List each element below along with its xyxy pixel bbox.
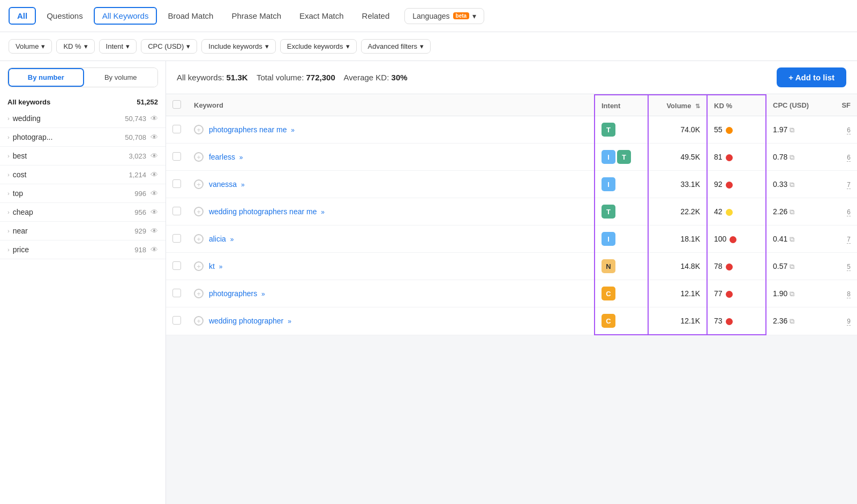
add-keyword-icon[interactable]: + (194, 207, 204, 216)
filter-advanced[interactable]: Advanced filters ▾ (361, 39, 431, 54)
expand-icon[interactable]: » (230, 236, 234, 243)
copy-icon[interactable]: ⧉ (790, 208, 794, 216)
col-volume-header[interactable]: Volume ⇅ (648, 95, 707, 116)
tab-all[interactable]: All (9, 7, 36, 25)
expand-icon[interactable]: » (261, 290, 265, 298)
sort-by-number[interactable]: By number (8, 68, 84, 87)
sort-by-volume[interactable]: By volume (84, 68, 158, 87)
sf-value[interactable]: 7 (847, 181, 851, 189)
copy-icon[interactable]: ⧉ (790, 290, 794, 298)
eye-icon[interactable]: 👁 (151, 227, 158, 235)
eye-icon[interactable]: 👁 (151, 114, 158, 123)
sf-value[interactable]: 6 (847, 126, 851, 134)
cpc-value: 0.78 (773, 153, 787, 161)
filter-volume[interactable]: Volume ▾ (9, 39, 52, 54)
sidebar-item[interactable]: › cheap 956 👁 (0, 203, 166, 222)
sidebar-item[interactable]: › price 918 👁 (0, 240, 166, 259)
add-keyword-icon[interactable]: + (194, 261, 204, 271)
expand-icon[interactable]: » (219, 263, 223, 270)
expand-icon[interactable]: » (288, 318, 291, 325)
eye-icon[interactable]: 👁 (151, 133, 158, 141)
copy-icon[interactable]: ⧉ (790, 153, 794, 161)
keyword-link[interactable]: alicia (209, 235, 226, 243)
filter-kd[interactable]: KD % ▾ (56, 39, 94, 54)
chevron-down-icon: ▾ (346, 42, 350, 50)
select-all-checkbox[interactable] (172, 100, 181, 109)
tab-phrase-match[interactable]: Phrase Match (224, 8, 289, 24)
add-keyword-icon[interactable]: + (194, 289, 204, 298)
eye-icon[interactable]: 👁 (151, 245, 158, 254)
tab-related[interactable]: Related (355, 8, 397, 24)
add-keyword-icon[interactable]: + (194, 125, 204, 134)
row-checkbox[interactable] (172, 152, 181, 161)
languages-button[interactable]: Languages beta ▾ (404, 8, 484, 24)
copy-icon[interactable]: ⧉ (790, 180, 794, 189)
tab-exact-match[interactable]: Exact Match (292, 8, 351, 24)
add-keyword-icon[interactable]: + (194, 234, 204, 244)
row-checkbox[interactable] (172, 289, 181, 297)
copy-icon[interactable]: ⧉ (790, 235, 794, 243)
add-keyword-icon[interactable]: + (194, 152, 204, 162)
row-checkbox[interactable] (172, 261, 181, 270)
copy-icon[interactable]: ⧉ (790, 126, 794, 134)
sidebar-item[interactable]: › top 996 👁 (0, 184, 166, 203)
row-checkbox[interactable] (172, 207, 181, 215)
expand-icon[interactable]: » (291, 126, 295, 134)
keyword-link[interactable]: photographers near me (209, 125, 287, 134)
keyword-link[interactable]: kt (209, 262, 215, 270)
row-checkbox[interactable] (172, 179, 181, 188)
volume-cell: 14.8K (648, 253, 707, 280)
expand-icon[interactable]: » (241, 181, 245, 189)
eye-icon[interactable]: 👁 (151, 208, 158, 216)
eye-icon[interactable]: 👁 (151, 189, 158, 198)
add-keyword-icon[interactable]: + (194, 316, 204, 326)
sf-value[interactable]: 8 (847, 290, 851, 298)
kd-dot (726, 291, 733, 298)
row-checkbox[interactable] (172, 234, 181, 243)
row-checkbox[interactable] (172, 125, 181, 133)
intent-badge: C (602, 287, 615, 300)
filter-cpc[interactable]: CPC (USD) ▾ (141, 39, 197, 54)
sf-value[interactable]: 6 (847, 154, 851, 162)
expand-icon[interactable]: » (321, 208, 325, 216)
copy-icon[interactable]: ⧉ (790, 317, 794, 325)
chevron-down-icon: ▾ (41, 42, 45, 50)
tab-broad-match[interactable]: Broad Match (160, 8, 221, 24)
sf-value[interactable]: 6 (847, 208, 851, 216)
keyword-link[interactable]: photographers (209, 289, 257, 298)
sidebar-keyword: best (13, 152, 129, 160)
sidebar-item[interactable]: › near 929 👁 (0, 222, 166, 240)
keyword-cell: + wedding photographer » (187, 307, 595, 335)
kd-value: 77 (714, 289, 723, 298)
sidebar-item[interactable]: › wedding 50,743 👁 (0, 109, 166, 128)
keyword-link[interactable]: wedding photographers near me (209, 207, 317, 216)
table-row: + vanessa » I33.1K920.33 ⧉7 (166, 171, 857, 198)
sidebar-item[interactable]: › cost 1,214 👁 (0, 166, 166, 184)
eye-icon[interactable]: 👁 (151, 170, 158, 179)
eye-icon[interactable]: 👁 (151, 152, 158, 160)
filter-intent[interactable]: Intent ▾ (99, 39, 137, 54)
keyword-link[interactable]: fearless (209, 153, 235, 161)
sf-value[interactable]: 7 (847, 236, 851, 244)
volume-cell: 12.1K (648, 307, 707, 335)
keyword-link[interactable]: wedding photographer (209, 317, 283, 325)
filter-include[interactable]: Include keywords ▾ (201, 39, 275, 54)
filter-exclude[interactable]: Exclude keywords ▾ (280, 39, 357, 54)
sidebar-item[interactable]: › photograp... 50,708 👁 (0, 128, 166, 147)
sf-cell: 8 (825, 280, 857, 307)
sidebar-item[interactable]: › best 3,023 👁 (0, 147, 166, 166)
keyword-link[interactable]: vanessa (209, 180, 237, 189)
sf-value[interactable]: 5 (847, 263, 851, 271)
expand-icon[interactable]: » (239, 154, 243, 161)
sf-value[interactable]: 9 (847, 318, 851, 326)
volume-cell: 12.1K (648, 280, 707, 307)
copy-icon[interactable]: ⧉ (790, 262, 794, 270)
add-to-list-button[interactable]: + Add to list (777, 67, 846, 87)
intent-badge: N (602, 259, 615, 273)
kd-value: 78 (714, 262, 723, 270)
add-keyword-icon[interactable]: + (194, 179, 204, 189)
tab-questions[interactable]: Questions (39, 8, 91, 24)
row-checkbox[interactable] (172, 316, 181, 325)
sidebar-header: All keywords 51,252 (0, 94, 166, 109)
tab-all-keywords[interactable]: All Keywords (94, 7, 157, 25)
